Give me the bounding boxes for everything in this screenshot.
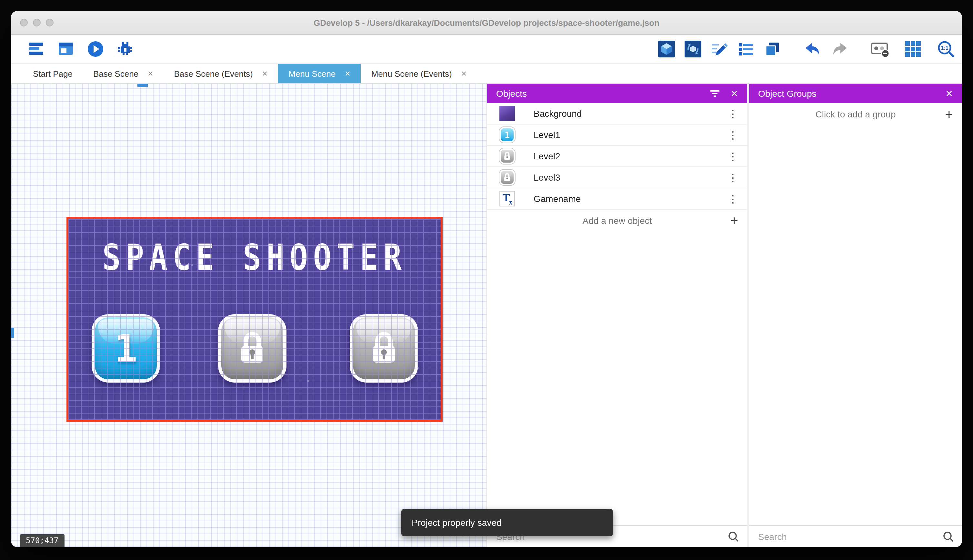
grid-icon[interactable] bbox=[903, 39, 923, 59]
plus-icon[interactable]: + bbox=[945, 107, 953, 121]
vertical-scrollbar-thumb[interactable] bbox=[11, 328, 14, 338]
search-icon[interactable] bbox=[728, 531, 740, 542]
add-new-object-button[interactable]: Add a new object + bbox=[487, 210, 747, 232]
close-tab-icon[interactable]: ✕ bbox=[461, 70, 467, 77]
scene-editor-canvas[interactable]: SPACE SHOOTER 1 bbox=[11, 84, 486, 547]
objects-panel-header: Objects ✕ bbox=[487, 84, 747, 103]
object-row-level1[interactable]: 1 Level1 ⋮ bbox=[487, 125, 747, 146]
object-name: Level3 bbox=[533, 172, 726, 183]
tab-menu-scene-events[interactable]: Menu Scene (Events) ✕ bbox=[361, 64, 477, 83]
layers-icon[interactable] bbox=[763, 39, 782, 59]
traffic-lights bbox=[20, 19, 53, 27]
lock-icon bbox=[503, 173, 511, 182]
instances-list-icon[interactable] bbox=[736, 39, 756, 59]
tab-label: Base Scene (Events) bbox=[174, 69, 253, 78]
object-groups-panel: Object Groups ✕ Click to add a group + bbox=[747, 84, 962, 547]
objects-panel: Objects ✕ Background ⋮ 1 bbox=[486, 84, 747, 547]
redo-icon[interactable] bbox=[830, 39, 849, 59]
tab-start-page[interactable]: Start Page bbox=[23, 64, 83, 83]
object-groups-search-bar bbox=[749, 525, 962, 547]
level3-button-instance-locked[interactable] bbox=[350, 314, 418, 383]
play-preview-icon[interactable] bbox=[86, 39, 105, 59]
gdevelop-window: GDevelop 5 - /Users/dkarakay/Documents/G… bbox=[11, 11, 962, 547]
add-new-object-label: Add a new object bbox=[583, 215, 652, 226]
fullscreen-window-button[interactable] bbox=[46, 19, 53, 27]
tab-base-scene[interactable]: Base Scene ✕ bbox=[83, 64, 164, 83]
object-thumbnail bbox=[499, 105, 515, 122]
object-row-level2[interactable]: Level2 ⋮ bbox=[487, 146, 747, 167]
lock-icon bbox=[237, 331, 267, 366]
screenshot-stage: GDevelop 5 - /Users/dkarakay/Documents/G… bbox=[0, 0, 973, 560]
zoom-level-label: 1:1 bbox=[941, 45, 948, 51]
object-groups-empty-space bbox=[749, 125, 962, 525]
text-object-icon bbox=[500, 191, 515, 207]
objects-editor-icon[interactable] bbox=[657, 39, 676, 59]
toolbar-right-group: 1:1 bbox=[657, 39, 956, 59]
level1-number: 1 bbox=[114, 326, 137, 371]
object-groups-panel-title: Object Groups bbox=[758, 88, 935, 99]
lock-icon bbox=[503, 152, 511, 161]
plus-icon[interactable]: + bbox=[730, 214, 738, 227]
lock-icon bbox=[369, 331, 399, 366]
tab-label: Menu Scene (Events) bbox=[372, 69, 452, 78]
filter-icon[interactable] bbox=[710, 89, 720, 98]
object-groups-panel-header: Object Groups ✕ bbox=[749, 84, 962, 103]
toast-message: Project properly saved bbox=[412, 517, 501, 528]
close-tab-icon[interactable]: ✕ bbox=[345, 70, 350, 77]
kebab-menu-icon[interactable]: ⋮ bbox=[726, 107, 740, 120]
object-name: Level1 bbox=[533, 130, 726, 140]
close-panel-icon[interactable]: ✕ bbox=[731, 89, 738, 98]
objects-panel-empty-space bbox=[487, 232, 747, 525]
titlebar: GDevelop 5 - /Users/dkarakay/Documents/G… bbox=[11, 11, 962, 35]
cursor-coordinates: 570;437 bbox=[20, 534, 64, 547]
objects-panel-title: Objects bbox=[496, 88, 700, 99]
toolbar-left-group bbox=[27, 39, 135, 59]
add-group-label: Click to add a group bbox=[815, 109, 896, 119]
add-group-button[interactable]: Click to add a group + bbox=[749, 103, 962, 125]
close-tab-icon[interactable]: ✕ bbox=[147, 70, 153, 77]
tab-menu-scene[interactable]: Menu Scene ✕ bbox=[278, 64, 361, 83]
undo-icon[interactable] bbox=[803, 39, 823, 59]
object-name: Level2 bbox=[533, 151, 726, 161]
project-manager-icon[interactable] bbox=[27, 39, 46, 59]
object-row-background[interactable]: Background ⋮ bbox=[487, 103, 747, 125]
window-title: GDevelop 5 - /Users/dkarakay/Documents/G… bbox=[313, 18, 660, 27]
object-thumbnail bbox=[499, 169, 515, 186]
object-thumbnail bbox=[499, 148, 515, 165]
kebab-menu-icon[interactable]: ⋮ bbox=[726, 193, 740, 205]
scene-camera-preview[interactable]: SPACE SHOOTER 1 bbox=[67, 217, 443, 422]
minimize-window-button[interactable] bbox=[33, 19, 41, 27]
level2-button-instance-locked[interactable] bbox=[218, 314, 287, 383]
close-tab-icon[interactable]: ✕ bbox=[262, 70, 268, 77]
scene-title-text: SPACE SHOOTER bbox=[68, 236, 441, 278]
tab-base-scene-events[interactable]: Base Scene (Events) ✕ bbox=[164, 64, 278, 83]
start-page-window-icon[interactable] bbox=[56, 39, 75, 59]
kebab-menu-icon[interactable]: ⋮ bbox=[726, 171, 740, 183]
search-icon[interactable] bbox=[943, 531, 954, 542]
close-window-button[interactable] bbox=[20, 19, 28, 27]
object-groups-search-input[interactable] bbox=[757, 531, 932, 542]
debug-icon[interactable] bbox=[115, 39, 135, 59]
object-name: Gamename bbox=[533, 193, 726, 204]
main-toolbar: 1:1 bbox=[11, 35, 962, 64]
kebab-menu-icon[interactable]: ⋮ bbox=[726, 129, 740, 141]
object-row-gamename[interactable]: Gamename ⋮ bbox=[487, 188, 747, 210]
object-row-level3[interactable]: Level3 ⋮ bbox=[487, 167, 747, 188]
kebab-menu-icon[interactable]: ⋮ bbox=[726, 150, 740, 162]
tab-label: Start Page bbox=[33, 69, 73, 78]
object-thumbnail bbox=[499, 190, 515, 207]
object-thumbnail: 1 bbox=[499, 127, 515, 143]
tab-bar: Start Page Base Scene ✕ Base Scene (Even… bbox=[11, 64, 962, 84]
main-area: SPACE SHOOTER 1 bbox=[11, 84, 962, 547]
object-name: Background bbox=[533, 108, 726, 119]
close-panel-icon[interactable]: ✕ bbox=[946, 89, 953, 98]
window-mask-icon[interactable] bbox=[870, 39, 890, 59]
properties-icon[interactable] bbox=[710, 39, 729, 59]
horizontal-scrollbar-thumb[interactable] bbox=[137, 84, 148, 87]
level1-button-instance[interactable]: 1 bbox=[92, 314, 160, 383]
tab-label: Base Scene bbox=[93, 69, 138, 78]
tab-label: Menu Scene bbox=[288, 69, 335, 78]
zoom-icon[interactable]: 1:1 bbox=[936, 39, 956, 59]
toast-notification: Project properly saved bbox=[402, 509, 613, 536]
object-groups-editor-icon[interactable] bbox=[683, 39, 703, 59]
